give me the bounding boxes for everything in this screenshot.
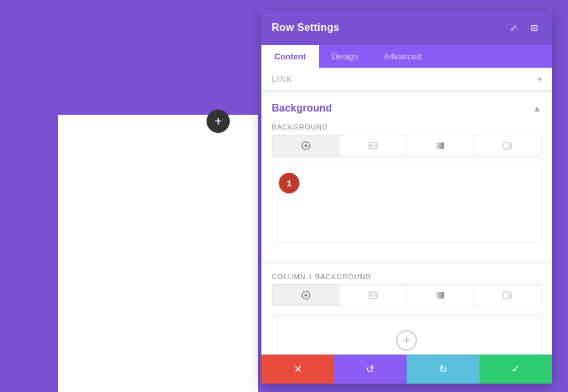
col1-background-section: Column 1 Background: [261, 264, 552, 354]
plus-icon: +: [214, 114, 222, 129]
bg-tab-image[interactable]: [340, 135, 407, 156]
link-section[interactable]: LINK ▾: [261, 68, 552, 91]
canvas-white-area: [58, 115, 258, 392]
add-background-color-area: + Add Background Color: [272, 315, 542, 354]
cancel-icon: ✕: [294, 363, 302, 375]
svg-point-7: [370, 293, 372, 295]
link-chevron-icon: ▾: [538, 75, 542, 84]
settings-tabs: Content Design Advanced: [261, 45, 552, 68]
color-badge: 1: [279, 173, 299, 193]
background-collapse-icon[interactable]: ▲: [532, 103, 542, 113]
tab-advanced[interactable]: Advanced: [371, 45, 434, 68]
save-button[interactable]: ✓: [480, 355, 553, 384]
undo-button[interactable]: ↺: [334, 355, 407, 384]
add-row-button[interactable]: +: [207, 110, 230, 133]
bottom-bar: ✕ ↺ ↻ ✓: [261, 354, 552, 384]
row-settings-panel: Row Settings ⤢ ⊞ Content Design Advanced…: [261, 10, 552, 384]
save-icon: ✓: [511, 363, 520, 375]
svg-rect-3: [436, 142, 444, 149]
svg-rect-9: [503, 292, 510, 299]
svg-rect-8: [436, 292, 444, 299]
background-section-header: Background ▲: [272, 103, 542, 114]
background-color-area: 1: [272, 166, 542, 243]
add-bg-color-button[interactable]: +: [396, 330, 417, 351]
tab-content[interactable]: Content: [261, 45, 319, 68]
layout-icon[interactable]: ⊞: [527, 21, 542, 35]
background-section: Background ▲ Background: [261, 93, 552, 261]
panel-header: Row Settings ⤢ ⊞: [261, 10, 552, 45]
panel-body: LINK ▾ Background ▲ Background: [261, 68, 552, 354]
undo-icon: ↺: [366, 363, 374, 375]
bg-tab-video[interactable]: [474, 135, 541, 156]
svg-rect-4: [503, 142, 510, 149]
bg-tab-color[interactable]: [272, 135, 340, 156]
background-section-title: Background: [272, 103, 332, 114]
col1-bg-tab-image[interactable]: [340, 285, 407, 306]
redo-button[interactable]: ↻: [407, 355, 480, 384]
panel-header-icons: ⤢ ⊞: [507, 21, 542, 35]
background-type-tabs: [272, 135, 542, 157]
link-label: LINK: [272, 74, 293, 84]
svg-point-2: [370, 144, 372, 145]
col1-bg-tab-color[interactable]: [272, 285, 340, 306]
col1-background-type-tabs: [272, 284, 542, 306]
fullscreen-icon[interactable]: ⤢: [507, 21, 521, 35]
cancel-button[interactable]: ✕: [261, 355, 334, 384]
redo-icon: ↻: [439, 363, 447, 375]
background-label: Background: [272, 123, 542, 131]
col1-bg-tab-video[interactable]: [474, 285, 541, 306]
badge-number: 1: [279, 173, 299, 193]
col1-background-label: Column 1 Background: [272, 273, 542, 280]
panel-title: Row Settings: [272, 22, 340, 34]
bg-tab-gradient[interactable]: [407, 135, 474, 156]
col1-bg-tab-gradient[interactable]: [407, 285, 474, 306]
tab-design[interactable]: Design: [319, 45, 370, 68]
